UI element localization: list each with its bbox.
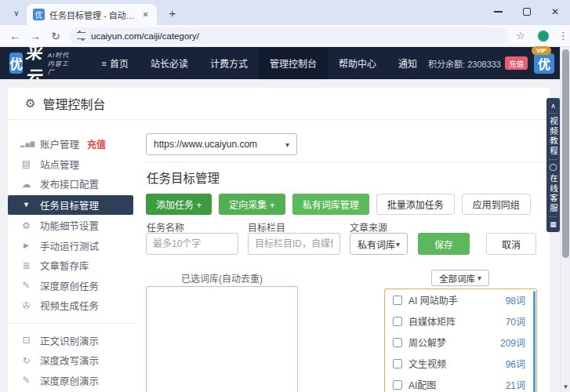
sidebar-item-video-task[interactable]: ✇ 视频生成任务 [8,296,138,316]
sidebar-item-account[interactable]: ▂▅▇ 账户管理 充值 [8,134,138,154]
targeted-collect-button[interactable]: 定向采集 + [219,194,285,215]
lexicon-count[interactable]: 98词 [506,293,525,307]
lexicon-count[interactable]: 96词 [506,357,525,370]
reload-button[interactable]: ↻ [45,30,66,42]
play-icon: ▶ [20,241,32,249]
chevron-down-icon: ▾ [477,274,481,282]
back-button[interactable]: ← [5,30,25,42]
edit-icon: ✎ [20,375,32,386]
target-column-input[interactable] [248,233,340,255]
main-nav: ≡首页 站长必读 计费方式 管理控制台 帮助中心 通知 [91,47,429,79]
site-select[interactable]: https://www.ucaiyun.com ▾ [146,133,297,155]
window-controls: ✕ [494,0,570,24]
lexicon-list-box: AI 网站助手 98词 自媒体矩阵 70词 周公解梦 209词 文生视频 96词… [384,289,537,392]
cloud-upload-icon: ☁ [20,179,32,190]
nav-item-console[interactable]: 管理控制台 [259,47,328,79]
page-body: ⚙ 管理控制台 ▂▅▇ 账户管理 充值 ▤ 站点管理 ☁ 发布接口配置 ▼ 任务… [0,79,570,392]
database-icon: ≣ [20,260,32,271]
browser-toolbar: ← → ↻ ucaiyun.com/caiji/category/ ☆ ⋮ [0,25,570,47]
sidebar-item-feature-settings[interactable]: ⚙ 功能细节设置 [8,216,138,236]
lexicon-row[interactable]: AI 网站助手 98词 [385,289,536,310]
lexicon-row[interactable]: AI配图 21词 [385,374,536,392]
apply-group-button[interactable]: 应用到同组 [462,194,531,215]
save-button[interactable]: 保存 [418,233,470,255]
sidebar-item-original-demo[interactable]: ✎ 深度原创演示 [8,371,138,391]
sidebar-item-deep-original-task[interactable]: ✎ 深度原创任务 [8,276,138,296]
nav-item-pricing[interactable]: 计费方式 [199,47,259,79]
source-select[interactable]: 私有词库 ▾ [350,233,408,255]
browser-tab[interactable]: 优 任务目标管理 - 自动文章采集 ✕ [27,4,157,25]
sidebar-item-manual-test[interactable]: ▶ 手动运行测试 [8,236,138,256]
lexicon-count[interactable]: 209词 [500,336,525,349]
lexicon-count[interactable]: 21词 [506,378,525,391]
online-service-tab[interactable]: 在线客服 [546,174,560,213]
chevron-down-icon: ▾ [396,240,400,249]
new-tab-button[interactable]: + [163,3,182,22]
selected-lexicon-box[interactable] [146,286,298,392]
sidebar-item-article-store[interactable]: ≣ 文章暂存库 [8,256,138,276]
nav-item-must-read[interactable]: 站长必读 [140,47,199,79]
sidebar-item-task-targets[interactable]: ▼ 任务目标管理 [8,195,133,216]
refresh-icon: ↻ [20,355,32,366]
main-content: https://www.ucaiyun.com ▾ 任务目标管理 添加任务 + … [146,120,550,392]
add-task-button[interactable]: 添加任务 + [146,194,212,215]
lexicon-checkbox[interactable] [393,380,402,390]
video-camera-icon: ✇ [20,300,32,311]
url-text[interactable]: ucaiyun.com/caiji/category/ [91,31,199,41]
sidebar-item-text-recognition-demo[interactable]: ⊡ 正文识别演示 [8,331,138,351]
lexicon-checkbox[interactable] [393,359,402,368]
lexicon-checkbox[interactable] [393,317,402,326]
header-logo-icon[interactable]: 优 [534,53,554,74]
sidebar: ▂▅▇ 账户管理 充值 ▤ 站点管理 ☁ 发布接口配置 ▼ 任务目标管理 ⚙ 功… [8,120,146,392]
sidebar-item-rewrite-demo[interactable]: ↻ 深度改写演示 [8,350,138,371]
tab-title: 任务目标管理 - 自动文章采集 [49,9,136,21]
chevron-up-icon[interactable]: ∧ [550,102,556,110]
lexicon-row[interactable]: 自媒体矩阵 70词 [385,310,536,332]
nav-item-home[interactable]: ≡首页 [91,47,140,79]
bookmark-star-icon[interactable]: ☆ [516,30,525,42]
nav-item-notice[interactable]: 通知 [387,47,428,79]
target-column-label: 目标栏目 [248,220,285,234]
task-name-input[interactable] [146,233,238,255]
scroll-down-arrow-icon[interactable]: ▼ [561,383,570,390]
browser-profile-avatar[interactable] [536,29,550,43]
page-scrollbar[interactable]: ▼ [560,47,570,392]
recharge-link[interactable]: 充值 [87,137,106,151]
address-bar[interactable]: ucaiyun.com/caiji/category/ [69,27,508,44]
chevron-down-icon: ▾ [285,140,289,149]
site-settings-icon[interactable] [77,32,85,39]
lexicon-checkbox[interactable] [393,338,402,347]
qr-code-icon[interactable]: ▦ [550,220,557,228]
sidebar-item-publish-api[interactable]: ☁ 发布接口配置 [8,174,138,194]
monitor-icon: ⊡ [20,335,32,346]
floatbar-divider [549,159,557,160]
lexicon-row[interactable]: 周公解梦 209词 [385,332,536,353]
video-tutorial-tab[interactable]: 视频教程 [546,117,560,156]
tab-favicon: 优 [33,9,45,20]
nav-item-help[interactable]: 帮助中心 [328,47,387,79]
cancel-button[interactable]: 取消 [486,233,536,255]
site-logo-mark[interactable]: 优 [9,53,23,74]
task-name-label: 任务名称 [147,220,184,234]
maximize-button[interactable] [523,8,531,16]
private-lexicon-button[interactable]: 私有词库管理 [292,194,369,215]
window-close-button[interactable]: ✕ [551,7,559,16]
action-button-row: 添加任务 + 定向采集 + 私有词库管理 批量添加任务 应用到同组 [146,194,531,215]
lexicon-scrollbar[interactable] [533,291,536,392]
browser-menu-icon[interactable]: ⋮ [558,30,568,42]
lexicon-row[interactable]: 文生视频 96词 [385,353,536,374]
scrollbar-thumb[interactable] [562,49,569,258]
funnel-icon: ▼ [20,201,32,209]
site-tagline: AI时代内容工厂 [48,50,74,76]
minimize-button[interactable] [494,11,503,13]
sidebar-divider [8,323,135,324]
lexicon-count[interactable]: 70词 [506,314,525,328]
sidebar-item-sites[interactable]: ▤ 站点管理 [8,154,138,175]
tab-search-caret-icon[interactable]: ∨ [6,4,27,21]
floatbar-divider [549,216,557,217]
lexicon-filter-select[interactable]: 全部词库 ▾ [431,270,489,286]
batch-add-button[interactable]: 批量添加任务 [376,194,455,215]
tab-close-icon[interactable]: ✕ [141,10,151,19]
lexicon-checkbox[interactable] [393,296,402,305]
recharge-badge[interactable]: 充值 [505,56,528,70]
